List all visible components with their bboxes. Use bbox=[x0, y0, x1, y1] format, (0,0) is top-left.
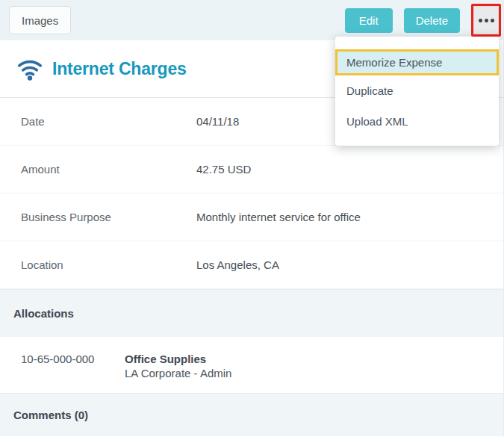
expense-detail-page: Images Edit Delete Memorize Expense Dupl… bbox=[0, 0, 504, 437]
page-title: Internet Charges bbox=[52, 59, 187, 79]
more-actions-button[interactable] bbox=[473, 6, 499, 34]
wifi-icon bbox=[16, 57, 43, 81]
field-row-amount: Amount 42.75 USD bbox=[0, 146, 503, 193]
edit-button[interactable]: Edit bbox=[345, 8, 393, 33]
delete-button[interactable]: Delete bbox=[404, 8, 460, 33]
ellipsis-icon bbox=[479, 19, 494, 22]
menu-item-upload-xml[interactable]: Upload XML bbox=[335, 106, 499, 137]
field-label: Location bbox=[21, 258, 196, 271]
images-button[interactable]: Images bbox=[9, 6, 71, 34]
more-actions-dropdown: Memorize Expense Duplicate Upload XML bbox=[335, 37, 499, 146]
top-action-bar: Images Edit Delete bbox=[0, 0, 503, 40]
field-label: Date bbox=[21, 115, 196, 128]
topbar-actions: Edit Delete bbox=[345, 4, 501, 37]
field-label: Amount bbox=[21, 163, 196, 176]
field-label: Business Purpose bbox=[21, 211, 196, 223]
allocation-detail: Office Supplies LA Corporate - Admin bbox=[125, 352, 231, 393]
comments-section-header: Comments (0) bbox=[0, 393, 503, 436]
field-row-business-purpose: Business Purpose Monthly internet servic… bbox=[0, 193, 503, 241]
annotation-box-more-button bbox=[471, 4, 501, 37]
field-row-location: Location Los Angeles, CA bbox=[0, 241, 503, 289]
field-value: Monthly internet service for office bbox=[196, 211, 361, 223]
allocation-department: LA Corporate - Admin bbox=[125, 366, 231, 380]
allocations-section-header: Allocations bbox=[0, 289, 503, 337]
field-value: Los Angeles, CA bbox=[196, 258, 279, 271]
allocation-category: Office Supplies bbox=[125, 352, 231, 366]
allocation-row: 10-65-000-000 Office Supplies LA Corpora… bbox=[0, 337, 503, 393]
allocation-code: 10-65-000-000 bbox=[21, 352, 125, 393]
menu-item-memorize-expense[interactable]: Memorize Expense bbox=[335, 49, 499, 75]
menu-item-duplicate[interactable]: Duplicate bbox=[335, 75, 499, 106]
field-value: 04/11/18 bbox=[196, 115, 239, 128]
field-value: 42.75 USD bbox=[196, 163, 251, 176]
